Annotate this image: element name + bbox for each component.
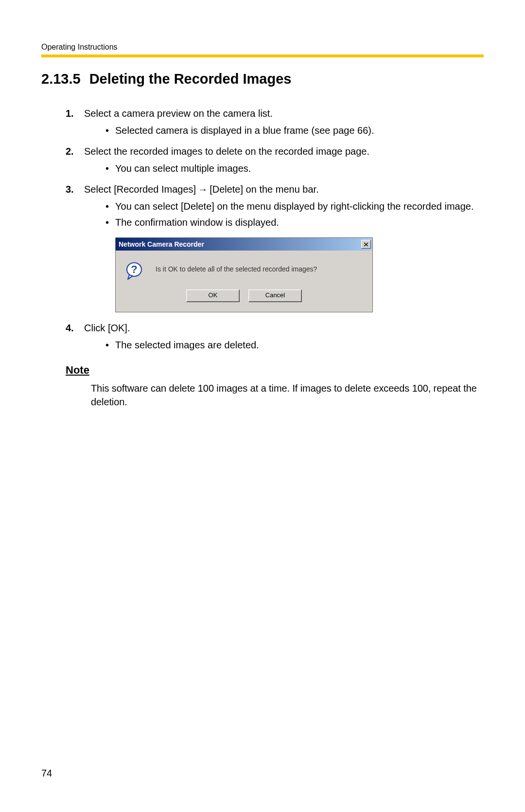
header-rule bbox=[41, 54, 484, 57]
step-3: 3. Select [Recorded Images]→[Delete] on … bbox=[66, 182, 484, 312]
section-number: 2.13.5 bbox=[41, 71, 81, 87]
dialog-buttons: OK Cancel bbox=[116, 289, 372, 312]
step-sublist: You can select multiple images. bbox=[84, 162, 484, 176]
section-title-text: Deleting the Recorded Images bbox=[89, 71, 292, 87]
dialog-body: ? Is it OK to delete all of the selected… bbox=[116, 251, 372, 289]
step-text: Select a camera preview on the camera li… bbox=[84, 108, 273, 119]
step-number: 2. bbox=[66, 144, 74, 159]
ok-button[interactable]: OK bbox=[186, 289, 240, 302]
step-sublist: You can select [Delete] on the menu disp… bbox=[84, 199, 484, 230]
question-icon: ? bbox=[125, 261, 145, 281]
steps-list: 1. Select a camera preview on the camera… bbox=[41, 107, 484, 352]
step-text: Select the recorded images to delete on … bbox=[84, 146, 369, 157]
step-subitem: Selected camera is displayed in a blue f… bbox=[103, 124, 484, 138]
dialog-titlebar: Network Camera Recorder bbox=[116, 238, 372, 251]
step-1: 1. Select a camera preview on the camera… bbox=[66, 107, 484, 138]
step-text-part-a: Select [Recorded Images] bbox=[84, 184, 196, 195]
cancel-button[interactable]: Cancel bbox=[248, 289, 302, 302]
step-number: 3. bbox=[66, 182, 74, 197]
step-subitem: The selected images are deleted. bbox=[103, 338, 484, 352]
step-text-part-b: [Delete] on the menu bar. bbox=[210, 184, 319, 195]
step-subitem: You can select [Delete] on the menu disp… bbox=[103, 199, 484, 214]
step-text: Click [OK]. bbox=[84, 323, 130, 333]
close-icon bbox=[364, 242, 368, 247]
note-heading: Note bbox=[66, 364, 484, 377]
section-title: 2.13.5Deleting the Recorded Images bbox=[41, 71, 484, 87]
confirmation-dialog: Network Camera Recorder ? bbox=[115, 237, 373, 312]
step-2: 2. Select the recorded images to delete … bbox=[66, 144, 484, 176]
step-subitem: You can select multiple images. bbox=[103, 162, 484, 176]
close-button[interactable] bbox=[361, 240, 371, 249]
step-sublist: The selected images are deleted. bbox=[84, 338, 484, 352]
arrow-icon: → bbox=[196, 182, 210, 197]
dialog-screenshot: Network Camera Recorder ? bbox=[115, 237, 484, 312]
page-number: 74 bbox=[41, 768, 52, 779]
step-number: 4. bbox=[66, 321, 74, 335]
note-text: This software can delete 100 images at a… bbox=[91, 381, 484, 409]
svg-text:?: ? bbox=[131, 263, 137, 275]
step-subitem: The confirmation window is displayed. bbox=[103, 216, 484, 230]
step-sublist: Selected camera is displayed in a blue f… bbox=[84, 124, 484, 138]
dialog-message: Is it OK to delete all of the selected r… bbox=[156, 261, 317, 274]
dialog-title: Network Camera Recorder bbox=[119, 239, 204, 249]
step-number: 1. bbox=[66, 107, 74, 121]
step-4: 4. Click [OK]. The selected images are d… bbox=[66, 321, 484, 352]
header-label: Operating Instructions bbox=[41, 43, 484, 52]
